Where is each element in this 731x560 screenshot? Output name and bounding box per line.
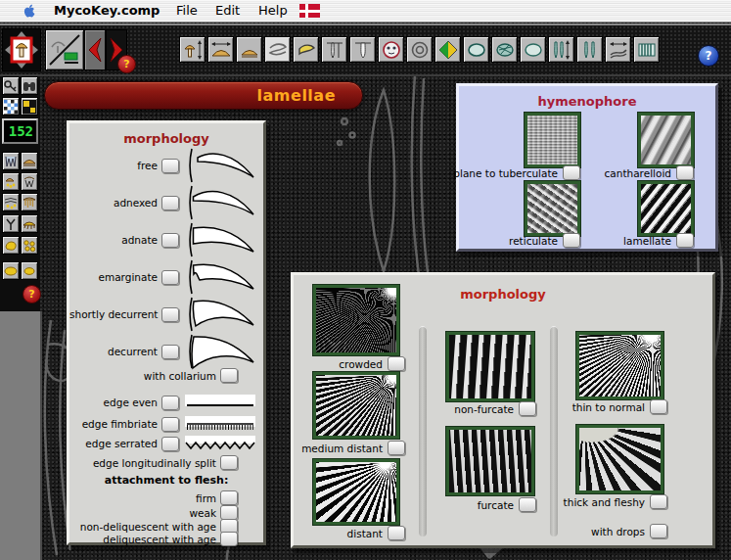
striation-button[interactable] (633, 36, 660, 63)
crowded-photo[interactable] (313, 285, 399, 355)
binoculars-button[interactable] (21, 76, 38, 95)
help-button[interactable]: ? (698, 45, 719, 67)
item-label: adnate (69, 234, 158, 246)
lamellae-edge-button[interactable] (293, 36, 319, 63)
checkbox[interactable] (161, 270, 179, 285)
spore-smooth-button[interactable] (520, 36, 546, 63)
toolbar-help-mini-button[interactable]: ? (117, 55, 136, 73)
thin-to-normal-photo[interactable] (576, 332, 663, 399)
apple-menu-icon[interactable] (22, 3, 37, 19)
danish-flag-icon[interactable] (299, 4, 320, 18)
branching-button[interactable] (605, 36, 631, 63)
gill-fan-button[interactable] (2, 152, 20, 170)
checkbox[interactable] (519, 497, 536, 512)
legend-button[interactable] (45, 29, 84, 70)
lamellate-photo[interactable] (638, 181, 694, 236)
cap-surface-face-button[interactable] (378, 36, 404, 63)
current-character-button[interactable] (2, 28, 41, 71)
spore-print-button[interactable] (2, 172, 20, 191)
cap-width-button[interactable] (207, 36, 234, 63)
checkbox[interactable] (220, 368, 238, 383)
checkbox[interactable] (676, 233, 694, 248)
checkbox[interactable] (388, 356, 405, 371)
cap-gills-button[interactable] (21, 214, 38, 233)
stipe-solid-button[interactable] (349, 36, 376, 63)
spore-outline-button[interactable] (463, 36, 489, 63)
gill-fringe-button[interactable] (21, 193, 38, 211)
cap-section-button[interactable] (21, 152, 38, 170)
spore-oval-small-button[interactable] (21, 261, 38, 280)
menu-help[interactable]: Help (258, 3, 288, 18)
checkbox[interactable] (161, 159, 179, 173)
checkbox[interactable] (650, 524, 667, 538)
checkbox[interactable] (650, 494, 667, 509)
checkbox[interactable] (220, 455, 238, 470)
stipe-pair-button[interactable] (576, 36, 603, 63)
checkbox[interactable] (220, 532, 238, 546)
spore-cluster-button[interactable] (21, 236, 38, 255)
hymenophore-panel: hymenophore plane to tuberculate canthar… (456, 83, 718, 252)
checkbox[interactable] (161, 196, 179, 210)
column-divider (419, 326, 427, 537)
item-label: free (69, 160, 158, 171)
hymenophore-item: cantharelloid (576, 165, 694, 180)
cantharelloid-photo[interactable] (638, 113, 694, 167)
spore-oval-button[interactable] (2, 261, 20, 280)
app-menu-title[interactable]: MycoKey.comp (54, 3, 160, 18)
distant-photo[interactable] (313, 459, 399, 525)
checkbox[interactable] (220, 505, 238, 520)
attachment-morphology-panel: morphology free adnexed adnate emarginat… (67, 120, 266, 545)
sidebar-help-button[interactable]: ? (23, 285, 41, 303)
previous-button[interactable] (84, 29, 106, 70)
checkbox[interactable] (388, 526, 405, 540)
furcate-photo[interactable] (446, 427, 534, 495)
plane-to-tuberculate-photo[interactable] (525, 113, 580, 167)
flesh-row: firm (69, 490, 263, 505)
cap-shape-button[interactable] (236, 36, 262, 63)
checkbox[interactable] (220, 490, 238, 505)
key-button[interactable] (2, 76, 20, 95)
spore-ornamented-button[interactable] (491, 36, 518, 63)
checkbox[interactable] (650, 399, 667, 414)
checkbox[interactable] (161, 307, 179, 322)
menu-file[interactable]: File (176, 3, 198, 18)
item-label: edge serrated (69, 438, 158, 449)
non-furcate-photo[interactable] (446, 332, 534, 401)
thick-and-fleshy-photo[interactable] (576, 425, 663, 493)
panel-title: morphology (69, 131, 263, 146)
hymenophore-item: lamellate (576, 233, 694, 248)
gill-lines-button[interactable] (21, 172, 38, 191)
spacing-item: non-furcate (427, 401, 536, 416)
item-label: decurrent (69, 346, 158, 357)
ring-button[interactable] (406, 36, 433, 63)
toolbar: ? (0, 23, 731, 76)
binoculars-icon (23, 79, 36, 93)
spore-blob-button[interactable] (2, 236, 20, 255)
reticulate-photo[interactable] (525, 181, 580, 236)
layers-spores-button[interactable] (2, 193, 20, 211)
item-label: non-deliquescent with age (69, 521, 216, 533)
medium-distant-photo[interactable] (313, 372, 399, 439)
cap-height-button[interactable] (179, 36, 206, 63)
checkbox[interactable] (676, 165, 694, 180)
item-label: edge longitudinally split (69, 457, 216, 469)
cap-gills-icon (23, 217, 36, 231)
quadrant-view-button[interactable] (21, 97, 38, 116)
menu-edit[interactable]: Edit (215, 3, 240, 18)
checkbox[interactable] (161, 417, 179, 432)
fork-button[interactable] (2, 214, 20, 233)
checkbox[interactable] (161, 437, 179, 451)
color-toggle-button[interactable] (434, 36, 461, 63)
spacing-item: medium distant (294, 441, 405, 455)
mosaic-view-button[interactable] (2, 97, 20, 116)
checkbox[interactable] (161, 345, 179, 359)
checkbox[interactable] (161, 396, 179, 410)
gill-fan-icon (4, 155, 18, 168)
lamellae-button-selected[interactable] (264, 36, 291, 63)
stipe-pair-measure-button[interactable] (548, 36, 574, 63)
checkbox[interactable] (519, 401, 536, 416)
thickness-item: thin to normal (556, 399, 667, 414)
checkbox[interactable] (161, 233, 179, 248)
checkbox[interactable] (388, 441, 405, 455)
stipe-outline-button[interactable] (321, 36, 347, 63)
